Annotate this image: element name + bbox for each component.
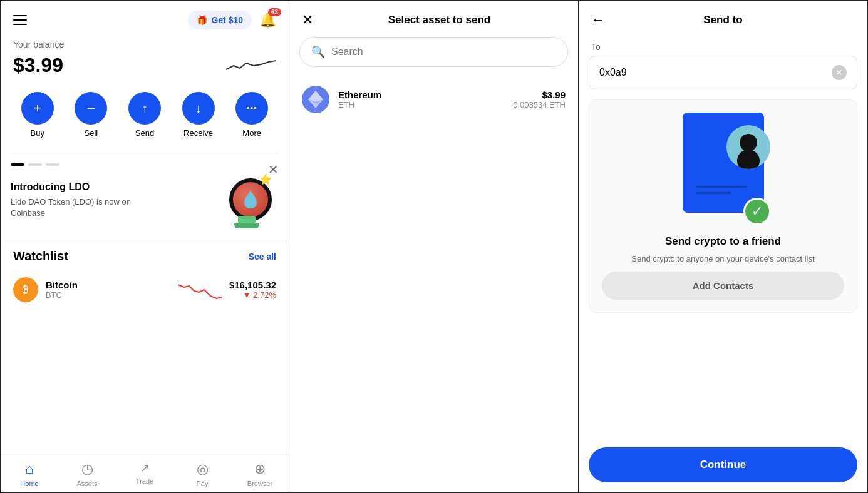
address-value: 0x0a9 (599, 67, 627, 78)
balance-sparkline (226, 52, 276, 77)
bitcoin-row[interactable]: ₿ Bitcoin BTC $16,105.32 ▼ 2.72% (13, 272, 276, 307)
select-asset-title: Select asset to send (313, 14, 566, 26)
more-label: More (242, 128, 261, 138)
buy-icon: + (21, 92, 54, 125)
ldo-droplet-icon (242, 190, 259, 210)
buy-button[interactable]: + Buy (21, 92, 54, 138)
sell-icon: − (75, 92, 107, 125)
header-right: 🎁 Get $10 🔔 63 (188, 11, 276, 29)
send-button[interactable]: ↑ Send (128, 92, 161, 138)
search-icon: 🔍 (311, 45, 325, 59)
send-icon: ↑ (128, 92, 161, 125)
send-friend-description: Send crypto to anyone on your device's c… (631, 253, 814, 265)
balance-row: $3.99 (13, 52, 276, 77)
ethereum-crypto-value: 0.003534 ETH (513, 100, 566, 109)
book-line-1 (696, 186, 747, 188)
assets-nav-label: Assets (76, 480, 97, 487)
get-money-label: Get $10 (211, 15, 243, 25)
bitcoin-icon: ₿ (13, 277, 38, 302)
nav-assets[interactable]: ◷ Assets (68, 461, 106, 487)
promo-image: ⭐ (222, 172, 279, 228)
pay-nav-icon: ◎ (197, 461, 209, 477)
pay-nav-label: Pay (197, 480, 209, 487)
bitcoin-price-info: $16,105.32 ▼ 2.72% (229, 280, 276, 300)
clear-address-button[interactable]: ✕ (832, 65, 847, 80)
ethereum-asset-row[interactable]: Ethereum ETH $3.99 0.003534 ETH (289, 77, 578, 122)
receive-label: Receive (183, 128, 213, 138)
nav-home[interactable]: ⌂ Home (11, 461, 48, 487)
receive-button[interactable]: ↓ Receive (182, 92, 215, 138)
bitcoin-price: $16,105.32 (229, 280, 276, 290)
to-label: To (579, 37, 867, 56)
promo-text: Introducing LDO Lido DAO Token (LDO) is … (11, 181, 136, 219)
bottom-nav: ⌂ Home ◷ Assets ↗ Trade ◎ Pay ⊕ Browser (1, 454, 289, 492)
notification-badge: 63 (268, 8, 281, 16)
promo-dot-1 (11, 163, 24, 166)
ldo-star-icon: ⭐ (259, 173, 272, 185)
watchlist-section: Watchlist See all ₿ Bitcoin BTC $16,105.… (1, 241, 289, 312)
balance-label: Your balance (13, 39, 276, 49)
continue-button[interactable]: Continue (589, 447, 857, 482)
promo-title: Introducing LDO (11, 181, 136, 193)
back-button[interactable]: ← (591, 12, 605, 28)
hamburger-icon (13, 15, 27, 25)
see-all-button[interactable]: See all (249, 252, 276, 262)
close-button[interactable]: ✕ (302, 12, 313, 28)
home-panel: 🎁 Get $10 🔔 63 Your balance $3.99 + Buy … (0, 0, 289, 493)
receive-icon: ↓ (182, 92, 215, 125)
promo-dot-3 (46, 163, 59, 166)
avatar-body (737, 150, 760, 169)
action-buttons: + Buy − Sell ↑ Send ↓ Receive ••• More (1, 87, 289, 148)
avatar-head (740, 134, 757, 151)
send-friend-card: ✓ Send crypto to a friend Send crypto to… (589, 99, 857, 313)
hamburger-button[interactable] (13, 15, 27, 25)
sell-button[interactable]: − Sell (75, 92, 107, 138)
ethereum-price-info: $3.99 0.003534 ETH (513, 89, 566, 109)
search-input[interactable] (331, 46, 556, 58)
send-to-title: Send to (612, 14, 834, 26)
balance-section: Your balance $3.99 (1, 34, 289, 87)
ethereum-name: Ethereum (338, 89, 504, 100)
home-nav-icon: ⌂ (25, 461, 33, 477)
home-header: 🎁 Get $10 🔔 63 (1, 1, 289, 34)
more-button[interactable]: ••• More (235, 92, 268, 138)
eth-symbol-icon (308, 91, 323, 108)
promo-description: Lido DAO Token (LDO) is now on Coinbase (11, 196, 136, 219)
promo-dots (11, 163, 279, 166)
send-friend-title: Send crypto to a friend (665, 235, 781, 248)
nav-pay[interactable]: ◎ Pay (183, 461, 221, 487)
ethereum-info: Ethereum ETH (338, 89, 504, 109)
send-label: Send (135, 128, 154, 138)
trade-nav-label: Trade (136, 477, 153, 485)
promo-dot-2 (28, 163, 42, 166)
home-nav-label: Home (20, 480, 38, 487)
notification-bell[interactable]: 🔔 63 (259, 12, 276, 28)
bitcoin-chart (178, 278, 222, 301)
send-to-header: ← Send to (579, 1, 867, 37)
more-icon: ••• (235, 92, 268, 125)
bitcoin-name: Bitcoin (46, 280, 170, 290)
ethereum-usd: $3.99 (513, 89, 566, 100)
nav-browser[interactable]: ⊕ Browser (241, 461, 279, 487)
search-bar[interactable]: 🔍 (299, 37, 568, 67)
browser-nav-icon: ⊕ (254, 461, 266, 477)
bitcoin-symbol: BTC (46, 290, 170, 300)
select-asset-panel: ✕ Select asset to send 🔍 Ethereum ETH $3… (289, 0, 579, 493)
assets-nav-icon: ◷ (81, 461, 93, 477)
browser-nav-label: Browser (247, 480, 272, 487)
nav-trade[interactable]: ↗ Trade (126, 461, 163, 487)
ethereum-icon (302, 86, 329, 113)
trade-nav-icon: ↗ (140, 461, 150, 475)
send-to-panel: ← Send to To 0x0a9 ✕ ✓ (579, 0, 868, 493)
check-badge: ✓ (743, 198, 771, 225)
ethereum-symbol: ETH (338, 100, 504, 109)
address-input-wrap: 0x0a9 ✕ (589, 56, 857, 89)
promo-content: Introducing LDO Lido DAO Token (LDO) is … (11, 172, 279, 228)
get-money-button[interactable]: 🎁 Get $10 (188, 11, 252, 29)
gift-icon: 🎁 (197, 15, 207, 25)
book-line-2 (696, 192, 731, 194)
add-contacts-button[interactable]: Add Contacts (602, 272, 844, 300)
bitcoin-change: ▼ 2.72% (229, 290, 276, 300)
watchlist-header: Watchlist See all (13, 249, 276, 263)
avatar-circle (726, 125, 770, 169)
